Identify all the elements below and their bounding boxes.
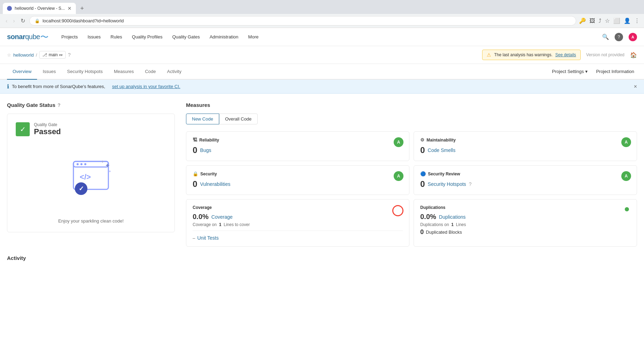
security-review-value-row: 0 Security Hotspots ? [420,179,630,189]
duplications-dot-indicator [625,207,629,211]
help-small-icon[interactable]: ? [68,52,71,58]
duplications-title: Duplications [420,205,630,210]
nav-administration[interactable]: Administration [205,31,242,42]
info-banner: ℹ To benefit from more of SonarQube's fe… [0,80,644,94]
security-card: 🔒 Security 0 Vulnerabilities A [186,165,409,195]
tab-code[interactable]: Code [139,64,162,80]
quality-gate-title: Quality Gate Status ? [7,102,175,108]
duplications-sub: Duplications on 1 Lines [420,222,630,227]
security-hotspots-link[interactable]: Security Hotspots [428,181,466,187]
duplications-label[interactable]: Duplications [439,214,466,220]
chevron-down-icon: ▾ [585,69,588,74]
nav-rules[interactable]: Rules [106,31,126,42]
ci-setup-link[interactable]: set up analysis in your favorite CI. [112,84,180,89]
logo[interactable]: sonarqube 〜 [7,31,49,43]
window-icon: ⬜ [613,17,620,24]
new-tab-button[interactable]: + [77,3,87,14]
security-icon: 🔒 [193,171,198,176]
security-review-title: 🔵 Security Review [420,171,630,176]
back-button[interactable]: ‹ [4,16,9,26]
quality-gate-help-icon[interactable]: ? [57,102,60,108]
security-vulns-link[interactable]: Vulnerabilities [200,181,230,187]
settings-label: Project Settings [552,69,584,74]
measures-panel: Measures New Code Overall Code 🏗 Reliabi… [186,102,637,247]
home-icon[interactable]: 🏠 [630,52,637,58]
logo-wave: 〜 [40,31,49,43]
svg-text:</>: </> [80,173,91,181]
tab-activity[interactable]: Activity [162,64,187,80]
quality-gate-info: Quality Gate Passed [34,122,61,136]
user-avatar[interactable]: A [629,33,637,41]
dup-blocks-label[interactable]: Duplicated Blocks [426,230,462,235]
security-review-value: 0 [420,179,425,189]
minus-icon: – [193,235,195,241]
nav-more[interactable]: More [244,31,263,42]
tab-issues[interactable]: Issues [37,64,62,80]
nav-issues[interactable]: Issues [83,31,105,42]
security-hotspots-help-icon[interactable]: ? [469,181,472,187]
svg-point-3 [80,163,83,165]
maintainability-value: 0 [420,145,425,155]
svg-point-4 [84,163,86,165]
nav-quality-gates[interactable]: Quality Gates [168,31,204,42]
branch-name: main [49,52,58,57]
breadcrumb: ☆ helloworld / ⎇ main ▾▾ ? [7,51,71,59]
quality-gate-label: Quality Gate [34,122,61,127]
coverage-value-row: 0.0% Coverage [193,213,403,221]
screenshot-icon: 🖼 [589,18,595,24]
address-bar: ‹ › ↻ 🔒 localhost:9000/dashboard?id=hell… [0,14,644,28]
info-banner-close-button[interactable]: × [634,83,637,90]
bookmark-icon: ☆ [605,17,610,24]
breadcrumb-separator: / [36,52,37,58]
security-badge: A [394,171,403,181]
maintainability-title: ⚙ Maintainability [420,137,630,143]
reliability-bugs-link[interactable]: Bugs [200,147,211,153]
url-box[interactable]: 🔒 localhost:9000/dashboard?id=helloworld [29,16,576,26]
tab-overview[interactable]: Overview [7,64,37,80]
security-title: 🔒 Security [193,171,403,176]
tab-new-code[interactable]: New Code [186,114,219,124]
tab-favicon [7,6,12,11]
quality-gate-message: Enjoy your sparkling clean code! [58,218,123,224]
coverage-title: Coverage [193,205,403,210]
nav-projects[interactable]: Projects [57,31,82,42]
tab-close-button[interactable]: ✕ [67,6,72,11]
tab-overall-code[interactable]: Overall Code [219,114,258,124]
project-info-button[interactable]: Project Information [593,67,637,75]
warning-banner: ⚠ The last analysis has warnings. See de… [482,50,580,60]
maintainability-value-row: 0 Code Smells [420,145,630,155]
unit-tests-link[interactable]: Unit Tests [197,235,219,241]
logo-text: sonarqube [7,33,40,41]
activity-title: Activity [7,255,637,261]
url-text: localhost:9000/dashboard?id=helloworld [43,18,124,23]
svg-point-2 [77,163,79,165]
coverage-label[interactable]: Coverage [212,214,233,220]
help-button[interactable]: ? [615,33,623,41]
breadcrumb-right: ⚠ The last analysis has warnings. See de… [482,50,637,60]
quality-gate-status-row: ✓ Quality Gate Passed [16,122,61,136]
nav-quality-profiles[interactable]: Quality Profiles [128,31,166,42]
project-link[interactable]: helloworld [13,52,34,58]
maintainability-smells-link[interactable]: Code Smells [428,147,455,153]
security-review-card: 🔵 Security Review 0 Security Hotspots ? … [414,165,637,195]
svg-text:✦: ✦ [101,159,104,164]
favorite-star-icon[interactable]: ☆ [7,52,11,58]
active-tab[interactable]: helloworld - Overview - S... ✕ [3,3,76,14]
see-details-link[interactable]: See details [555,52,576,57]
chevron-down-icon: ▾▾ [59,53,63,57]
svg-text:✓: ✓ [79,185,84,192]
header-right: 🔍 ? A [602,33,637,41]
duplications-card: Duplications 0.0% Duplications Duplicati… [414,199,637,247]
tab-measures[interactable]: Measures [108,64,139,80]
branch-selector[interactable]: ⎇ main ▾▾ [39,51,66,59]
project-settings-button[interactable]: Project Settings ▾ [549,67,591,75]
app-header: sonarqube 〜 Projects Issues Rules Qualit… [0,28,644,46]
unit-tests-row: – Unit Tests [193,235,403,241]
search-icon[interactable]: 🔍 [602,34,609,40]
duplications-percentage: 0.0% [420,213,436,221]
quality-gate-title-text: Quality Gate Status [7,102,55,108]
quality-gate-panel: Quality Gate Status ? ✓ Quality Gate Pas… [7,102,175,247]
tab-security-hotspots[interactable]: Security Hotspots [62,64,108,80]
reload-button[interactable]: ↻ [19,16,27,26]
forward-button[interactable]: › [12,16,16,26]
